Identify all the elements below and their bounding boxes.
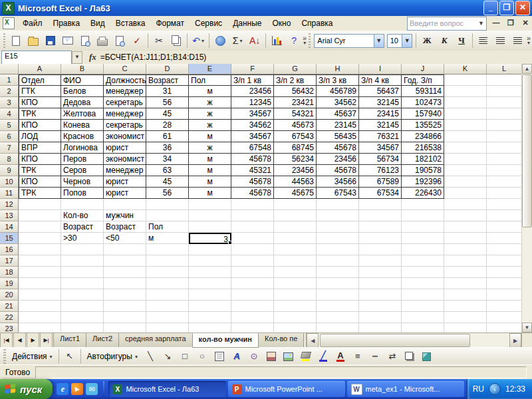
row-header-13[interactable]: 13 bbox=[0, 210, 19, 221]
cell-G6[interactable]: 67543 bbox=[274, 131, 317, 142]
line-color-icon[interactable]: ╱ bbox=[315, 348, 331, 364]
menu-формат[interactable]: Формат bbox=[150, 17, 190, 29]
cell-L16[interactable] bbox=[487, 244, 522, 255]
cell-J1[interactable]: Год. З/п bbox=[402, 74, 444, 86]
cell-C8[interactable]: экономист bbox=[104, 154, 146, 165]
cell-J8[interactable]: 182102 bbox=[402, 154, 444, 165]
draw-actions-button[interactable]: Действия ▾ bbox=[8, 350, 57, 362]
italic-button[interactable]: К bbox=[436, 33, 452, 49]
cell-B21[interactable] bbox=[61, 301, 104, 312]
cell-D17[interactable] bbox=[146, 255, 189, 267]
cell-L1[interactable] bbox=[487, 74, 522, 86]
cell-H1[interactable]: З/п 3 кв bbox=[317, 74, 359, 86]
cell-L18[interactable] bbox=[487, 267, 522, 278]
cell-F23[interactable] bbox=[231, 323, 274, 332]
toolbar-options-icon[interactable]: »▾ bbox=[303, 36, 307, 45]
cell-D9[interactable]: 63 bbox=[146, 165, 189, 176]
cell-B8[interactable]: Перов bbox=[61, 154, 104, 165]
cell-D7[interactable]: 36 bbox=[146, 142, 189, 154]
cell-I21[interactable] bbox=[359, 301, 402, 312]
cell-F4[interactable]: 34567 bbox=[231, 108, 274, 120]
picture-icon[interactable] bbox=[281, 348, 297, 364]
cell-A4[interactable]: ТРК bbox=[19, 108, 61, 120]
row-header-15[interactable]: 15 bbox=[0, 233, 19, 244]
cell-F1[interactable]: З/п 1 кв bbox=[231, 74, 274, 86]
new-document-icon[interactable] bbox=[8, 33, 24, 49]
menu-вид[interactable]: Вид bbox=[85, 17, 110, 29]
cell-C18[interactable] bbox=[104, 267, 146, 278]
cell-L3[interactable] bbox=[487, 97, 522, 108]
cell-F15[interactable] bbox=[231, 233, 274, 244]
cell-E14[interactable] bbox=[189, 221, 231, 233]
cell-G20[interactable] bbox=[274, 289, 317, 301]
row-header-8[interactable]: 8 bbox=[0, 154, 19, 165]
cell-F13[interactable] bbox=[231, 210, 274, 221]
cell-B17[interactable] bbox=[61, 255, 104, 267]
cell-B9[interactable]: Серов bbox=[61, 165, 104, 176]
cell-I14[interactable] bbox=[359, 221, 402, 233]
cell-F8[interactable]: 45678 bbox=[231, 154, 274, 165]
cell-K6[interactable] bbox=[444, 131, 487, 142]
cell-D4[interactable]: 45 bbox=[146, 108, 189, 120]
drawing-toolbar-grip[interactable] bbox=[3, 349, 6, 364]
cell-H18[interactable] bbox=[317, 267, 359, 278]
cell-C10[interactable]: юрист bbox=[104, 176, 146, 188]
column-header-L[interactable]: L bbox=[487, 64, 522, 74]
cell-B3[interactable]: Дедова bbox=[61, 97, 104, 108]
cell-K15[interactable] bbox=[444, 233, 487, 244]
column-header-C[interactable]: C bbox=[104, 64, 146, 74]
cell-G21[interactable] bbox=[274, 301, 317, 312]
cell-F2[interactable]: 23456 bbox=[231, 86, 274, 97]
cell-D3[interactable]: 56 bbox=[146, 97, 189, 108]
cell-K11[interactable] bbox=[444, 188, 487, 199]
cell-K12[interactable] bbox=[444, 199, 487, 210]
autoshapes-button[interactable]: Автофигуры ▾ bbox=[83, 350, 142, 362]
cell-E19[interactable] bbox=[189, 278, 231, 289]
cell-F16[interactable] bbox=[231, 244, 274, 255]
cell-I6[interactable]: 76321 bbox=[359, 131, 402, 142]
cell-B11[interactable]: Попов bbox=[61, 188, 104, 199]
cell-D23[interactable] bbox=[146, 323, 189, 332]
cell-K5[interactable] bbox=[444, 120, 487, 131]
column-header-B[interactable]: B bbox=[61, 64, 104, 74]
insert-hyperlink-icon[interactable] bbox=[212, 33, 228, 49]
cell-G7[interactable]: 68745 bbox=[274, 142, 317, 154]
vertical-scroll-thumb[interactable] bbox=[522, 74, 532, 227]
cell-C5[interactable]: секретарь bbox=[104, 120, 146, 131]
cell-I13[interactable] bbox=[359, 210, 402, 221]
cell-L6[interactable] bbox=[487, 131, 522, 142]
sheet-tab[interactable]: Лист1 bbox=[53, 333, 86, 348]
cell-A11[interactable]: ТРК bbox=[19, 188, 61, 199]
cell-H20[interactable] bbox=[317, 289, 359, 301]
cell-D1[interactable]: Возраст bbox=[146, 74, 189, 86]
cell-E8[interactable]: м bbox=[189, 154, 231, 165]
text-box-icon[interactable] bbox=[211, 348, 227, 364]
cell-B10[interactable]: Чернов bbox=[61, 176, 104, 188]
cell-L21[interactable] bbox=[487, 301, 522, 312]
cell-A18[interactable] bbox=[19, 267, 61, 278]
cell-H19[interactable] bbox=[317, 278, 359, 289]
cell-B6[interactable]: Краснов bbox=[61, 131, 104, 142]
menu-вставка[interactable]: Вставка bbox=[110, 17, 151, 29]
column-header-F[interactable]: F bbox=[231, 64, 274, 74]
cell-C19[interactable] bbox=[104, 278, 146, 289]
cell-E21[interactable] bbox=[189, 301, 231, 312]
next-sheet-icon[interactable]: ▶ bbox=[27, 333, 39, 348]
cell-B12[interactable] bbox=[61, 199, 104, 210]
cell-J22[interactable] bbox=[402, 312, 444, 323]
cell-G1[interactable]: З/п 2 кв bbox=[274, 74, 317, 86]
cell-K17[interactable] bbox=[444, 255, 487, 267]
copy-icon[interactable] bbox=[168, 33, 184, 49]
cell-B5[interactable]: Конева bbox=[61, 120, 104, 131]
cut-icon[interactable]: ✂ bbox=[151, 33, 167, 49]
cell-C11[interactable]: юрист bbox=[104, 188, 146, 199]
line-style-icon[interactable]: ≡ bbox=[350, 348, 366, 364]
cell-A3[interactable]: КПО bbox=[19, 97, 61, 108]
row-header-21[interactable]: 21 bbox=[0, 301, 19, 312]
line-icon[interactable]: ╲ bbox=[142, 348, 158, 364]
rectangle-icon[interactable]: □ bbox=[177, 348, 193, 364]
autosum-icon[interactable]: Σ▾ bbox=[229, 33, 245, 49]
cell-E6[interactable]: м bbox=[189, 131, 231, 142]
cell-I5[interactable]: 32145 bbox=[359, 120, 402, 131]
row-header-12[interactable]: 12 bbox=[0, 199, 19, 210]
